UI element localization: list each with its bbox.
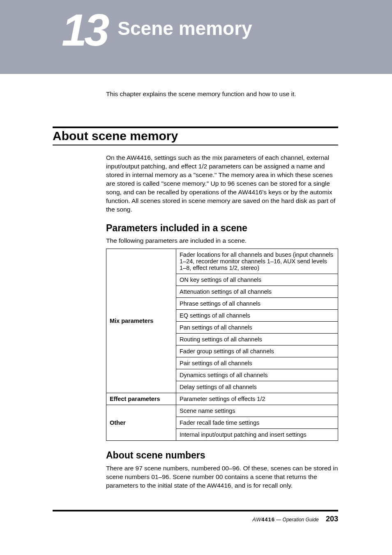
- page: 13 Scene memory This chapter explains th…: [0, 0, 392, 536]
- param-item: Fader locations for all channels and bus…: [176, 249, 338, 274]
- param-item: Scene name settings: [176, 405, 338, 417]
- param-item: Phrase settings of all channels: [176, 298, 338, 310]
- param-item: Fader recall fade time settings: [176, 417, 338, 429]
- footer-logo-model: 4416: [261, 516, 275, 523]
- group-name: Mix parameters: [106, 249, 176, 393]
- section-heading-about: About scene memory: [53, 127, 338, 145]
- parameters-intro: The following parameters are included in…: [106, 237, 338, 244]
- page-number: 203: [326, 515, 338, 523]
- parameters-table: Mix parameters Fader locations for all c…: [106, 249, 338, 441]
- intro-text: This chapter explains the scene memory f…: [106, 90, 336, 98]
- chapter-banner: 13 Scene memory: [0, 0, 392, 74]
- chapter-number: 13: [62, 7, 107, 53]
- param-item: Attenuation settings of all channels: [176, 286, 338, 298]
- page-footer: AW4416 — Operation Guide 203: [53, 510, 338, 536]
- param-item: Delay settings of all channels: [176, 381, 338, 393]
- group-name: Other: [106, 405, 176, 441]
- subheading-scene-numbers: About scene numbers: [106, 450, 338, 461]
- param-item: Pan settings of all channels: [176, 322, 338, 334]
- param-item: Internal input/output patching and inser…: [176, 429, 338, 441]
- param-item: EQ settings of all channels: [176, 310, 338, 322]
- footer-logo-prefix: AW: [252, 516, 261, 523]
- table-row: Other Scene name settings: [106, 405, 338, 417]
- param-item: Fader group settings of all channels: [176, 345, 338, 357]
- param-item: Parameter settings of effects 1/2: [176, 393, 338, 405]
- chapter-title: Scene memory: [118, 17, 252, 39]
- group-name: Effect parameters: [106, 393, 176, 405]
- scene-numbers-body: There are 97 scene numbers, numbered 00–…: [106, 464, 338, 490]
- subheading-parameters: Parameters included in a scene: [106, 223, 338, 234]
- about-body: On the AW4416, settings such as the mix …: [106, 154, 338, 214]
- footer-guide: — Operation Guide: [275, 517, 319, 523]
- param-item: ON key settings of all channels: [176, 274, 338, 286]
- param-item: Dynamics settings of all channels: [176, 369, 338, 381]
- param-item: Routing settings of all channels: [176, 334, 338, 345]
- param-item: Pair settings of all channels: [176, 357, 338, 369]
- table-row: Mix parameters Fader locations for all c…: [106, 249, 338, 274]
- table-row: Effect parameters Parameter settings of …: [106, 393, 338, 405]
